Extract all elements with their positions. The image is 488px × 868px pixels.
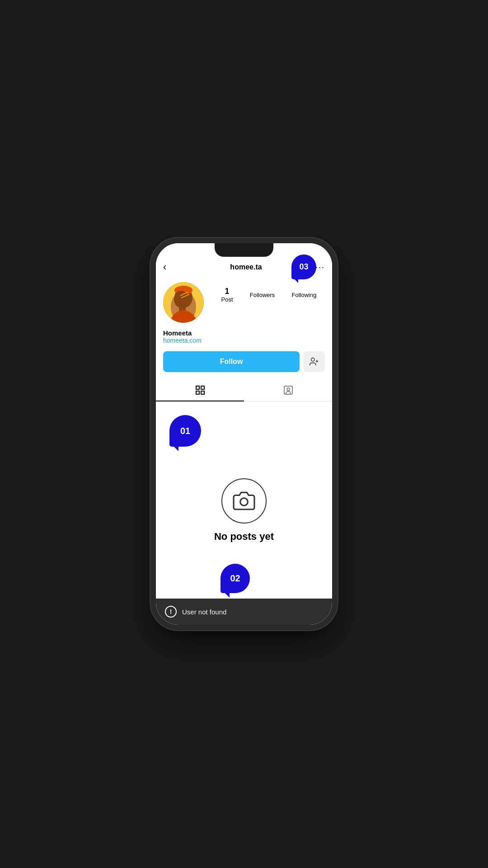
tabs [156, 379, 332, 401]
profile-section: 1 Post Followers Following [156, 278, 332, 327]
svg-point-4 [174, 291, 188, 308]
no-posts-label: No posts yet [214, 531, 274, 542]
svg-rect-14 [201, 391, 204, 394]
action-buttons: Follow [156, 348, 332, 376]
svg-point-16 [287, 388, 290, 391]
annotation-badge-02: 02 [221, 564, 250, 593]
website-link[interactable]: homeeta.com [163, 337, 325, 344]
camera-circle [221, 478, 267, 524]
back-button[interactable]: ‹ [163, 261, 177, 273]
following-stat[interactable]: Following [291, 292, 316, 298]
toast-icon: ! [165, 606, 177, 618]
user-info: Homeeta homeeta.com [156, 327, 332, 348]
tagged-icon [283, 385, 294, 396]
grid-icon [195, 385, 206, 396]
content-area: 01 No posts yet 02 [156, 401, 332, 625]
avatar [163, 282, 204, 323]
annotation-badge-01: 01 [169, 415, 201, 447]
posts-label: Post [221, 296, 233, 303]
add-friend-button[interactable] [303, 351, 325, 372]
profile-username-header: homee.ta [230, 263, 262, 271]
following-label: Following [291, 292, 316, 298]
svg-point-8 [311, 358, 314, 361]
camera-icon [233, 490, 255, 512]
svg-rect-13 [196, 391, 199, 394]
stats-row: 1 Post Followers Following [213, 282, 325, 303]
person-add-icon [309, 357, 319, 367]
followers-stat[interactable]: Followers [250, 292, 275, 298]
svg-rect-12 [201, 386, 204, 389]
svg-point-17 [240, 498, 248, 506]
posts-stat[interactable]: 1 Post [221, 287, 233, 303]
more-options-button[interactable]: ··· [315, 263, 325, 272]
followers-label: Followers [250, 292, 275, 298]
annotation-badge-03: 03 [291, 255, 316, 279]
toast-message: User not found [182, 608, 226, 616]
display-name: Homeeta [163, 329, 325, 337]
toast-notification: ! User not found [156, 599, 332, 625]
tab-tagged[interactable] [244, 379, 332, 401]
follow-button[interactable]: Follow [163, 351, 300, 372]
svg-rect-11 [196, 386, 199, 389]
posts-count: 1 [225, 287, 230, 296]
avatar-container [163, 282, 204, 323]
tab-grid[interactable] [156, 379, 244, 401]
